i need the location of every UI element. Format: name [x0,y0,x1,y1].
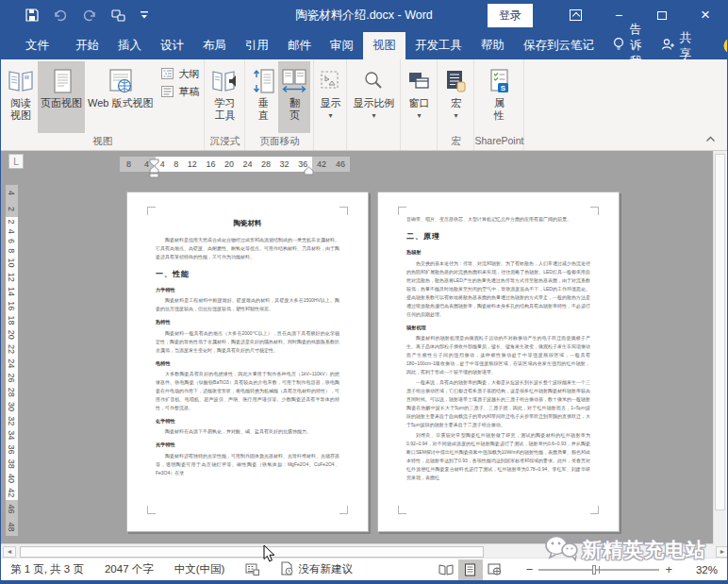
ruler-number: 6 [8,239,17,243]
draft-view-button[interactable]: 草稿 [161,85,199,99]
print-layout-view-button[interactable] [458,559,483,580]
customize-qat-icon[interactable] [140,9,149,21]
touch-mouse-mode-icon[interactable] [111,9,125,22]
maximize-button[interactable] [640,1,684,29]
doc-paragraph: 陶瓷材料在高温下不易氧化，并对酸、碱、盐具有良好的抗腐蚀能力。 [156,427,339,436]
tab-file[interactable]: 文件 [16,32,58,59]
page-indicator[interactable]: 第 1 页, 共 3 页 [10,562,84,576]
macros-button[interactable]: 宏 ▾ [440,61,471,133]
zoom-slider-track[interactable] [538,569,659,571]
horizontal-scrollbar-thumb[interactable] [20,546,484,558]
doc-subheading: 化学特性 [156,417,339,425]
tab-mailings[interactable]: 邮件 [278,32,321,59]
ruler-number: 24 [8,359,17,368]
draft-view-label: 草稿 [178,85,199,99]
tab-view[interactable]: 视图 [363,32,405,59]
learning-tools-button[interactable]: 学习工具 [207,61,241,133]
vertical-button[interactable]: 垂直 [248,61,278,133]
show-button[interactable]: 显示 ▾ [317,61,343,133]
document-page-1[interactable]: 陶瓷材料 陶瓷材料是指用天然或合成化合物经过成形和高温烧结制成的一类无机非金属材… [126,192,369,532]
magnifier-icon [362,65,385,97]
doc-title: 陶瓷材料 [156,217,339,230]
scroll-right-icon[interactable]: ► [716,546,728,558]
share-button[interactable]: 共享 [652,32,702,59]
close-button[interactable]: × [684,1,727,29]
crop-mark [590,207,599,215]
hanging-indent-marker[interactable] [149,165,159,182]
tab-home[interactable]: 开始 [66,32,108,59]
tab-insert[interactable]: 插入 [108,32,151,59]
vertical-scrollbar[interactable] [713,151,726,559]
group-immersive: 学习工具 沉浸式 [205,59,245,150]
vertical-scrollbar-thumb[interactable] [715,154,725,510]
doc-paragraph: 热交换的基本途径为：传导、对流和辐射。为了有效散热，人们常通过减少热流途径的热阻… [406,259,590,319]
learning-tools-icon [210,65,239,97]
group-label-window [401,133,437,150]
collapse-ribbon-button[interactable] [705,129,716,146]
group-label-immersive: 沉浸式 [205,133,244,150]
ruler-number: 34 [8,430,17,440]
zoom-out-icon[interactable]: − [521,562,539,576]
outline-view-button[interactable]: 大纲 [161,67,199,81]
vertical-icon [251,65,275,97]
side-to-side-button[interactable]: 翻页 [278,61,310,133]
ribbon-display-options-button[interactable] [554,1,597,29]
suggestions-indicator[interactable]: 没有新建议 [280,561,353,577]
dropdown-icon: ▾ [417,111,421,120]
ruler-number: 16 [206,159,215,169]
doc-subheading: 热辐射 [406,248,590,257]
tab-developer[interactable]: 开发工具 [405,32,472,59]
ruler-number: 4 [8,191,17,195]
keyboard-icon[interactable] [245,563,259,576]
ruler-number: 12 [188,159,197,169]
right-indent-marker[interactable] [304,162,314,179]
window-button[interactable]: 窗口 ▾ [404,61,434,133]
group-label-page-movement: 页面移动 [245,133,313,150]
zoom-in-icon[interactable]: + [659,562,678,576]
minimize-button[interactable]: − [597,1,640,29]
zoom-percentage[interactable]: 32% [678,564,718,576]
dropdown-icon: ▾ [328,111,332,120]
page-1-text: 陶瓷材料 陶瓷材料是指用天然或合成化合物经过成形和高温烧结制成的一类无机非金属材… [156,215,339,506]
scroll-left-icon[interactable]: ◄ [3,546,16,558]
save-icon[interactable] [25,8,39,22]
svg-text:S: S [501,84,506,92]
redo-icon[interactable] [83,8,97,22]
tab-stop-selector[interactable]: L [8,154,24,169]
zoom-slider[interactable]: − + [521,562,678,576]
tab-design[interactable]: 设计 [151,32,193,59]
tab-references[interactable]: 引用 [236,32,278,59]
ruler-number: 8 [8,248,17,253]
document-page-2[interactable]: 音磁带、唱片、变压器铁芯、大型计算机记忆元件方面的应用有着广阔的前景。 二、原理… [377,192,620,532]
language-indicator[interactable]: 中文(中国) [174,562,225,576]
undo-icon[interactable] [53,8,69,22]
tab-help[interactable]: 帮助 [472,32,514,59]
zoom-button[interactable]: 显示比例 ▾ [350,61,397,133]
doc-paragraph: 陶瓷材料的辐射机理是由微观粒子运动的不对称振动产生的电子跃迁而使偶极子产生。离子… [406,334,590,376]
read-view-button[interactable]: 阅读视图 [4,61,38,133]
web-layout-view-button[interactable] [483,559,507,580]
web-layout-button[interactable]: Web 版式视图 [85,61,156,133]
crop-mark [147,207,156,215]
ruler-text-area: 4812162024283236 [156,157,312,172]
read-mode-view-button[interactable] [434,559,458,580]
group-zoom: 显示比例 ▾ [347,59,401,150]
word-count[interactable]: 2047 个字 [105,562,154,576]
feedback-smiley-button[interactable] [701,32,728,59]
sign-in-button[interactable]: 登录 [488,4,533,27]
tab-layout[interactable]: 布局 [193,32,236,59]
word-window: 陶瓷材料介绍.docx - Word 登录 − × 文件 开始 插入 设计 布局… [0,0,728,584]
crop-mark [339,506,348,514]
properties-button[interactable]: S 属性 [483,61,515,133]
group-window: 窗口 ▾ [401,59,438,150]
minimize-icon: − [615,8,622,23]
zoom-slider-thumb[interactable] [592,565,596,575]
tab-save-to-cloud[interactable]: 保存到云笔记 [514,32,604,59]
print-layout-button[interactable]: 页面视图 [38,61,85,133]
tell-me-box[interactable]: 告诉我 [604,32,652,59]
show-icon [320,65,340,97]
status-bar: 第 1 页, 共 3 页 2047 个字 中文(中国) 没有新建议 − [1,558,727,580]
vertical-ruler[interactable]: 42 2468101214161820222426283032343638404… [6,185,18,536]
ruler-text-area-vertical: 24681012141618202224262830323436384042 [6,217,18,500]
tab-review[interactable]: 审阅 [321,32,363,59]
